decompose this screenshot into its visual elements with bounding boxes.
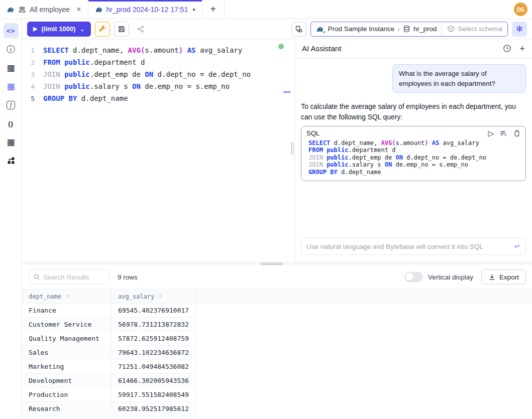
code-line: JOIN public.salary s ON de.emp_no = s.em… [308,161,520,169]
toggle-knob [405,273,413,281]
column-header-dept-name[interactable]: dept_name [22,290,112,303]
vertical-display-toggle[interactable] [404,272,423,282]
table-cell: 71251.049484536082 [112,360,196,374]
connection-selector[interactable]: Prod Sample Instance › hr_prod [311,22,442,36]
table-cell: Finance [22,304,112,318]
column-label: avg_salary [118,293,154,300]
table-cell: 60238.952517985612 [112,402,196,416]
code-line: 4JOIN public.salary s ON de.emp_no = s.e… [22,80,290,92]
table-row[interactable]: Sales79643.102234636872 [22,346,532,360]
avatar[interactable]: DE [514,3,527,16]
table-icon: ▦ [7,137,15,148]
table-cell: 56978.731213872832 [112,318,196,332]
code-line: 1SELECT d.dept_name, AVG(s.amount) AS av… [22,44,290,56]
ai-assistant-header: AI Assistant + [295,39,532,58]
table-row[interactable]: Customer Service56978.731213872832 [22,318,532,332]
new-chat-button[interactable]: + [519,44,525,53]
export-button[interactable]: Export [481,269,526,285]
row-count-label: 9 rows [118,273,138,281]
ai-chat-area: What is the average salary of employees … [295,58,532,232]
unsaved-dot-icon: ● [192,7,195,12]
search-results-input[interactable] [43,273,104,281]
sidebar-item-external-tables[interactable]: ▦ [4,134,19,150]
sidebar-item-schema-diagram[interactable] [4,153,19,168]
table-cell: Customer Service [22,318,112,332]
sql-editor-pane[interactable]: 1SELECT d.dept_name, AVG(s.amount) AS av… [22,39,290,262]
ai-prompt-input[interactable] [306,243,510,250]
function-icon: ƒ [7,101,15,109]
save-sheet-button[interactable] [114,22,129,37]
copy-icon[interactable] [513,129,520,137]
ai-assistant-toggle-button[interactable]: ✻ [512,22,527,37]
code-language-label: SQL [306,129,320,137]
assistant-intro-text: To calculate the average salary of emplo… [301,102,526,122]
table-cell: 57872.625912408759 [112,332,196,346]
table-cell: Sales [22,346,112,360]
sidebar-item-tables[interactable]: ▦ [4,60,19,75]
code-line: FROM public.department d [308,147,520,154]
sidebar-item-functions[interactable]: ƒ [4,97,19,112]
export-label: Export [499,273,519,281]
chevron-down-icon: ⌄ [79,25,85,33]
assistant-message: To calculate the average salary of emplo… [301,102,526,181]
code-line: 5GROUP BY d.dept_name [22,92,290,104]
sql-code-block: SELECT d.dept_name, AVG(s.amount) AS avg… [306,139,520,176]
share-button[interactable] [133,22,148,37]
tab-label: All employee [30,6,70,14]
line-number: 1 [22,47,43,54]
database-name: hr_prod [413,25,437,33]
sidebar-item-info[interactable]: ⓘ [4,42,19,57]
ai-input-container: ↵ [301,238,526,255]
tab-label: hr_prod 2024-10-12 17:51 [107,6,188,14]
table-body: Finance69545.402376910017Customer Servic… [22,304,532,416]
sort-icon[interactable] [65,293,71,300]
table-cell: Production [22,388,112,402]
overview-ruler-mark [283,91,290,93]
history-clock-icon[interactable] [503,44,511,53]
table-row[interactable]: Finance69545.402376910017 [22,304,532,318]
share-icon [137,25,145,33]
sort-icon[interactable] [158,293,164,300]
schema-selector[interactable]: Select schema [442,22,507,36]
admin-wrench-button[interactable] [95,22,110,37]
sidebar-item-sql-editor[interactable]: <> [4,23,19,38]
table-header-row: dept_name avg_salary [22,289,532,304]
format-schema-button[interactable] [291,22,306,37]
tab-all-employee[interactable]: All employee × [0,0,88,19]
code-line: JOIN public.dept_emp de ON d.dept_no = d… [308,154,520,162]
sidebar-item-data[interactable]: ▦ [4,79,19,94]
editor-lines: 1SELECT d.dept_name, AVG(s.amount) AS av… [22,44,290,104]
table-row[interactable]: Quality Management57872.625912408759 [22,332,532,346]
run-snippet-button[interactable]: ▷ [488,129,494,137]
left-icon-sidebar: <> ⓘ ▦ ▦ ƒ () ▦ [0,19,22,419]
run-query-button[interactable]: ▶ (limit 1000) ⌄ [27,22,91,37]
new-tab-button[interactable]: + [202,0,225,19]
members-icon [18,6,26,14]
table-row[interactable]: Production59917.551582408549 [22,388,532,402]
connection-status-dot [278,44,284,49]
table-row[interactable]: Marketing71251.049484536082 [22,360,532,374]
table-cell: 69545.402376910017 [112,304,196,318]
search-icon [33,273,40,281]
table-row[interactable]: Research60238.952517985612 [22,402,532,416]
column-header-avg-salary[interactable]: avg_salary [112,290,196,303]
code-icon: <> [7,27,15,35]
code-line: SELECT d.dept_name, AVG(s.amount) AS avg… [308,139,520,147]
table-row[interactable]: Development61466.302005943536 [22,374,532,388]
data-table-icon: ▦ [7,81,15,92]
schema-placeholder: Select schema [458,25,502,33]
enter-icon[interactable]: ↵ [514,242,520,251]
column-label: dept_name [29,293,61,300]
vertical-splitter[interactable] [290,39,294,262]
code-line: 3JOIN public.dept_emp de ON d.dept_no = … [22,68,290,80]
splitter-grip-icon [291,142,293,155]
sidebar-item-procedures[interactable]: () [4,116,19,131]
table-cell: 59917.551582408549 [112,388,196,402]
insert-into-editor-icon[interactable] [499,129,507,137]
table-cell: 79643.102234636872 [112,346,196,360]
table-cell: Research [22,402,112,416]
tab-hr-prod[interactable]: hr_prod 2024-10-12 17:51 ● [88,0,202,19]
line-number: 5 [22,95,43,102]
close-icon[interactable]: × [76,5,81,14]
code-line: GROUP BY d.dept_name [308,169,520,176]
